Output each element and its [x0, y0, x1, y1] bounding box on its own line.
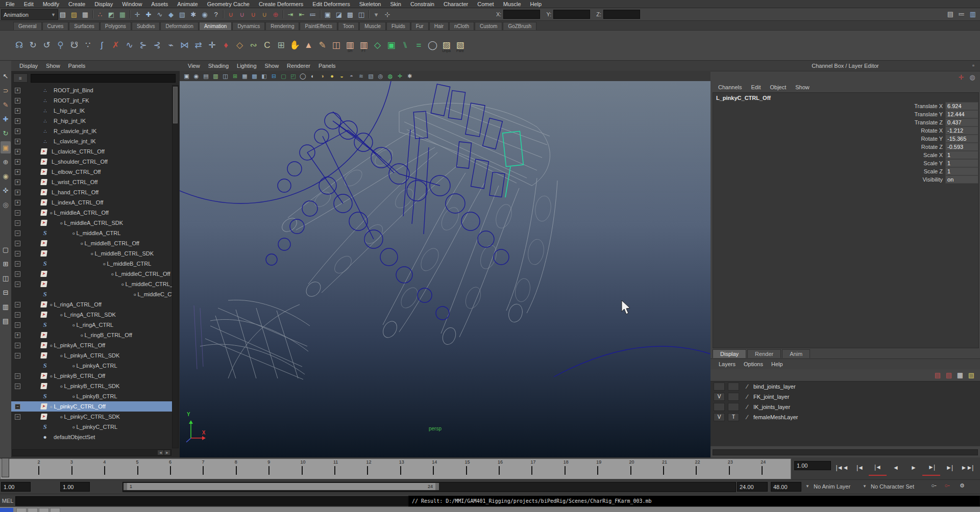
menu-item[interactable]: Skeleton	[355, 1, 386, 7]
scroll-left-icon[interactable]: ◄	[158, 450, 163, 455]
expand-toggle-icon[interactable]: +	[15, 169, 20, 175]
play-backwards-button[interactable]: ◄	[887, 460, 904, 475]
set-key-icon[interactable]: ○╴	[930, 482, 939, 491]
x-input[interactable]	[503, 10, 540, 19]
four-pane-layout-button[interactable]: ⊞	[1, 258, 11, 270]
layer-visibility-toggle[interactable]: V	[714, 413, 725, 421]
animation-end-field[interactable]: 48.00	[771, 482, 801, 492]
Rotate X[interactable]: Rotate X -1.212	[713, 126, 978, 135]
Translate Z[interactable]: Translate Z 0.437	[713, 118, 978, 126]
menu-item[interactable]: Constrain	[406, 1, 439, 7]
outliner-row[interactable]: + ∴ R_clavicle_jnt_IK	[11, 126, 173, 136]
shelf-breakdown-icon[interactable]: ◇	[233, 38, 247, 53]
new-scene-icon[interactable]: ▤	[57, 9, 68, 20]
camera-attributes-icon[interactable]: ▤	[201, 72, 211, 81]
shelf-box-control-icon[interactable]: ▣	[384, 38, 398, 53]
last-tool[interactable]: ◎	[1, 198, 11, 211]
channel-name[interactable]: Rotate X	[713, 127, 945, 134]
channel-name[interactable]: Translate X	[713, 103, 945, 109]
shelf-smooth-skin-icon[interactable]: ✋	[288, 38, 302, 53]
safe-action-icon[interactable]: ▢	[279, 72, 288, 81]
shelf-ik-handle-icon[interactable]: ✗	[109, 38, 122, 53]
shelf-reroot-icon[interactable]: ⊰	[150, 38, 164, 53]
expand-toggle-icon[interactable]: −	[15, 322, 20, 328]
expand-toggle-icon[interactable]: +	[15, 190, 20, 195]
time-slider-track[interactable]: 123456789101112131415161718192021222324	[0, 458, 791, 479]
Translate X[interactable]: Translate X 6.924	[713, 102, 978, 110]
z-input[interactable]	[603, 10, 640, 19]
shelf-tab[interactable]: GoZBrush	[503, 22, 536, 30]
wireframe-mode-icon[interactable]: ◯	[298, 72, 308, 81]
layer-display-type-toggle[interactable]: T	[728, 413, 739, 421]
range-start-handle[interactable]	[124, 483, 127, 490]
expand-toggle-icon[interactable]: −	[15, 404, 20, 409]
exposure-icon[interactable]: ✱	[405, 72, 414, 81]
layer-editor-tab[interactable]: Anim	[782, 349, 810, 358]
outliner-row[interactable]: + ∴ L_clavicle_jnt_IK	[11, 136, 173, 146]
shelf-tab[interactable]: Animation	[199, 22, 232, 30]
channel-box-menu-item[interactable]: Show	[791, 84, 814, 90]
outliner-row[interactable]: − ➤ oL_pinkyA_CTRL_Off	[11, 340, 173, 350]
step-forward-key-button[interactable]: ►|	[922, 459, 940, 476]
shelf-cluster-icon[interactable]: C	[260, 38, 274, 53]
animation-preferences-icon[interactable]: ⚙	[958, 482, 967, 491]
outliner-row[interactable]: + ➤ oL_ringB_CTRL_Off	[11, 330, 173, 340]
expand-toggle-icon[interactable]: −	[15, 241, 20, 246]
construction-history-icon[interactable]: ≔	[307, 9, 318, 20]
scrollbar-thumb[interactable]	[173, 87, 178, 123]
expand-toggle-icon[interactable]: +	[15, 118, 20, 124]
current-time-field[interactable]: 1.00	[794, 461, 831, 470]
expand-toggle-icon[interactable]: +	[15, 149, 20, 155]
menu-item[interactable]: Character	[439, 1, 473, 7]
outliner-row[interactable]: + ➤ L_elbow_CTRL_Off	[11, 167, 173, 177]
outliner-row[interactable]: − ➤ oL_middleA_CTRL_Off	[11, 208, 173, 218]
toggle-tool-settings-icon[interactable]: ≔	[956, 9, 967, 19]
status-icon[interactable]	[91, 10, 94, 19]
select-by-hierarchy-icon[interactable]: ∴	[94, 9, 106, 20]
Scale Z[interactable]: Scale Z 1	[713, 167, 978, 175]
shelf-tab[interactable]: Deformation	[160, 22, 198, 30]
move-tool[interactable]: ✚	[1, 113, 11, 125]
outliner-filter-icon[interactable]: ≡	[13, 73, 28, 83]
outliner-persp-layout-button[interactable]: ▥	[1, 300, 11, 313]
step-back-frame-button[interactable]: |◄	[851, 460, 869, 475]
menu-item[interactable]: Create	[64, 1, 90, 7]
select-mask-dynamics-icon[interactable]: ✱	[188, 9, 199, 20]
shelf-tab[interactable]: Surfaces	[69, 22, 99, 30]
outliner-row[interactable]: S oL_middleC_CTRL	[11, 289, 173, 299]
femaleMeshLayer[interactable]: V T ∕ femaleMeshLayer	[710, 412, 980, 422]
outliner-row[interactable]: − ➤ oL_middleA_CTRL_SDK	[11, 218, 173, 228]
render-current-frame-icon[interactable]: ▣	[322, 9, 333, 20]
shelf-walk-icon[interactable]: ⚲	[54, 38, 67, 53]
menu-item[interactable]: Skin	[385, 1, 405, 7]
menu-set-dropdown[interactable]: Animation ▼	[1, 9, 58, 20]
layer-editor-menu-item[interactable]: Options	[740, 361, 767, 367]
expand-toggle-icon[interactable]: −	[15, 231, 20, 236]
go-to-end-button[interactable]: ►►|	[958, 460, 976, 475]
shelf-parent-button[interactable]: ▧Pare	[453, 38, 467, 53]
command-input[interactable]	[15, 496, 408, 506]
xray-icon[interactable]: ◍	[385, 72, 395, 81]
channel-name[interactable]: Scale Z	[713, 168, 945, 174]
outliner-row[interactable]: − ➤ oL_ringA_CTRL_Off	[11, 299, 173, 310]
outliner-row[interactable]: − ➤ oL_middleC_CTRL_Off	[11, 269, 173, 279]
outliner-row[interactable]: + ➤ L_indexA_CTRL_Off	[11, 197, 173, 208]
layer-color-swatch[interactable]: ∕	[743, 414, 751, 421]
image-plane-icon[interactable]: ◫	[220, 72, 230, 81]
expand-toggle-icon[interactable]: −	[15, 414, 20, 420]
range-end-handle[interactable]	[435, 483, 439, 490]
shelf-tab[interactable]: Hair	[429, 22, 449, 30]
channel-value-field[interactable]: 6.924	[945, 102, 978, 110]
shelf-tab[interactable]: Dynamics	[232, 22, 265, 30]
show-manipulator-icon[interactable]: ✛	[955, 72, 967, 83]
move-layer-up-icon[interactable]: ▤	[932, 370, 943, 380]
menu-item[interactable]: Assets	[146, 1, 173, 7]
FK_joint_layer[interactable]: V ∕ FK_joint_layer	[710, 392, 980, 402]
shelf-joint-tool-icon[interactable]: ʃ	[95, 38, 109, 53]
stereo-render-icon[interactable]: ◫	[356, 9, 367, 20]
channel-box-menu-item[interactable]: Object	[765, 84, 791, 90]
menu-item[interactable]: Help	[526, 1, 547, 7]
shelf-remove-joint-icon[interactable]: ⌁	[164, 38, 178, 53]
layer-visibility-toggle[interactable]	[714, 382, 725, 391]
character-set-dropdown-icon[interactable]: ▼	[861, 483, 869, 490]
